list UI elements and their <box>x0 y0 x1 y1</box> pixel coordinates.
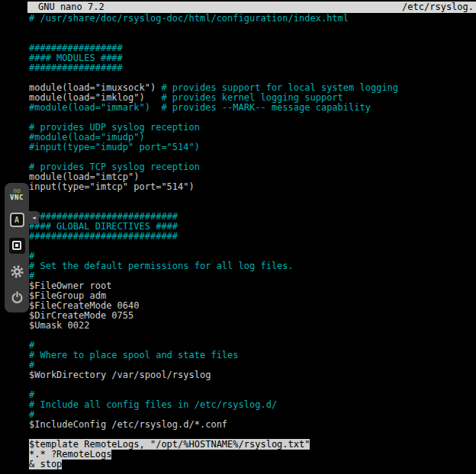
config-comment-text: # provides UDP syslog reception <box>29 122 200 133</box>
config-comment-text: # <box>29 251 34 261</box>
terminal-line[interactable]: ########################### <box>29 232 476 242</box>
config-comment-text: # <box>29 389 34 400</box>
nano-version: GNU nano 7.2 <box>38 2 105 13</box>
power-icon <box>11 291 24 304</box>
terminal-line[interactable]: #module(load="immark") # provides --MARK… <box>29 103 476 113</box>
nano-titlebar: GNU nano 7.2 /etc/rsyslog. <box>27 2 476 13</box>
settings-button[interactable] <box>8 262 26 280</box>
config-comment-text: ########################### <box>29 231 178 242</box>
config-comment-text: # Include all config files in /etc/rsysl… <box>29 399 277 410</box>
config-code-text: $FileGroup adm <box>29 290 106 301</box>
config-code-text: $IncludeConfig /etc/rsyslog.d/*.conf <box>29 419 227 430</box>
terminal-line[interactable]: *.* ?RemoteLogs <box>29 450 476 460</box>
config-code-text: module(load="imuxsock") <box>29 82 161 93</box>
config-comment-text: # provides kernel logging support <box>161 92 343 103</box>
config-comment-text: # /usr/share/doc/rsyslog-doc/html/config… <box>29 13 349 24</box>
config-code-text: module(load="imtcp") <box>29 171 140 182</box>
terminal-line[interactable] <box>29 192 476 202</box>
fullscreen-button[interactable] <box>8 236 26 255</box>
terminal-line[interactable]: $DirCreateMode 0755 <box>29 311 476 321</box>
config-comment-text: # Where to place spool and state files <box>29 350 239 360</box>
terminal-line[interactable]: $IncludeConfig /etc/rsyslog.d/*.conf <box>29 420 476 430</box>
clipboard-icon: A <box>10 213 24 227</box>
control-bar-handle[interactable]: ◄ <box>29 211 39 224</box>
config-comment-text: # Set the default permissions for all lo… <box>29 261 294 271</box>
config-code-text: module(load="imklog") <box>29 92 161 103</box>
config-code-text: $template RemoteLogs, "/opt/%HOSTNAME%/r… <box>29 439 310 450</box>
terminal-line[interactable] <box>29 331 476 341</box>
config-comment-text: # provides TCP syslog reception <box>29 162 200 172</box>
config-comment-text: #input(type="imudp" port="514") <box>29 142 200 152</box>
config-code-text: $WorkDirectory /var/spool/rsyslog <box>29 370 211 380</box>
terminal-buffer[interactable]: # /usr/share/doc/rsyslog-doc/html/config… <box>27 14 476 469</box>
terminal-line[interactable] <box>29 380 476 390</box>
config-code-text: & stop <box>29 459 62 469</box>
config-comment-text: # <box>29 409 34 420</box>
config-code-text: $Umask 0022 <box>29 320 89 331</box>
terminal-line[interactable]: # Where to place spool and state files <box>29 351 476 360</box>
config-comment-text: # <box>29 340 34 351</box>
config-comment-text: # provides support for local system logg… <box>161 82 398 93</box>
config-comment-text: # <box>29 360 34 370</box>
chevron-left-icon: ◄ <box>32 214 36 221</box>
config-comment-text: #### GLOBAL DIRECTIVES #### <box>29 221 178 232</box>
terminal-line[interactable]: #input(type="imudp" port="514") <box>29 143 476 152</box>
nano-filename: /etc/rsyslog. <box>402 2 474 13</box>
fullscreen-icon <box>9 238 25 254</box>
novnc-logo-vnc: VNC <box>10 194 24 201</box>
terminal-line[interactable]: input(type="imtcp" port="514") <box>29 182 476 192</box>
gear-icon <box>10 264 24 279</box>
power-button[interactable] <box>8 288 26 306</box>
terminal-line[interactable]: ################# <box>29 63 476 73</box>
clipboard-button[interactable]: A <box>8 210 26 229</box>
terminal: GNU nano 7.2 /etc/rsyslog. # /usr/share/… <box>27 0 476 474</box>
terminal-line[interactable] <box>29 24 476 34</box>
config-code-text: input(type="imtcp" port="514") <box>29 181 195 192</box>
config-code-text: $FileCreateMode 0640 <box>29 300 140 311</box>
terminal-line[interactable]: $WorkDirectory /var/spool/rsyslog <box>29 370 476 380</box>
config-comment-text: ########################### <box>29 211 178 222</box>
terminal-line[interactable]: # Include all config files in /etc/rsysl… <box>29 400 476 410</box>
novnc-logo: no VNC <box>10 187 24 203</box>
terminal-line[interactable]: & stop <box>29 460 476 469</box>
terminal-line[interactable] <box>29 242 476 251</box>
config-comment-text: # <box>29 271 34 281</box>
config-code-text: $FileOwner root <box>29 280 111 291</box>
config-code-text: $DirCreateMode 0755 <box>29 310 133 321</box>
terminal-line[interactable]: # Set the default permissions for all lo… <box>29 261 476 271</box>
terminal-line[interactable]: # /usr/share/doc/rsyslog-doc/html/config… <box>29 14 476 24</box>
terminal-line[interactable]: $Umask 0022 <box>29 321 476 331</box>
config-comment-text: ################# <box>29 62 123 73</box>
novnc-control-bar: no VNC A <box>5 183 29 312</box>
config-comment-text: #module(load="immark") # provides --MARK… <box>29 102 371 113</box>
config-comment-text: ################# <box>29 43 123 53</box>
config-code-text: *.* ?RemoteLogs <box>29 449 111 460</box>
config-comment-text: #### MODULES #### <box>29 53 123 63</box>
config-comment-text: #module(load="imudp") <box>29 132 145 143</box>
